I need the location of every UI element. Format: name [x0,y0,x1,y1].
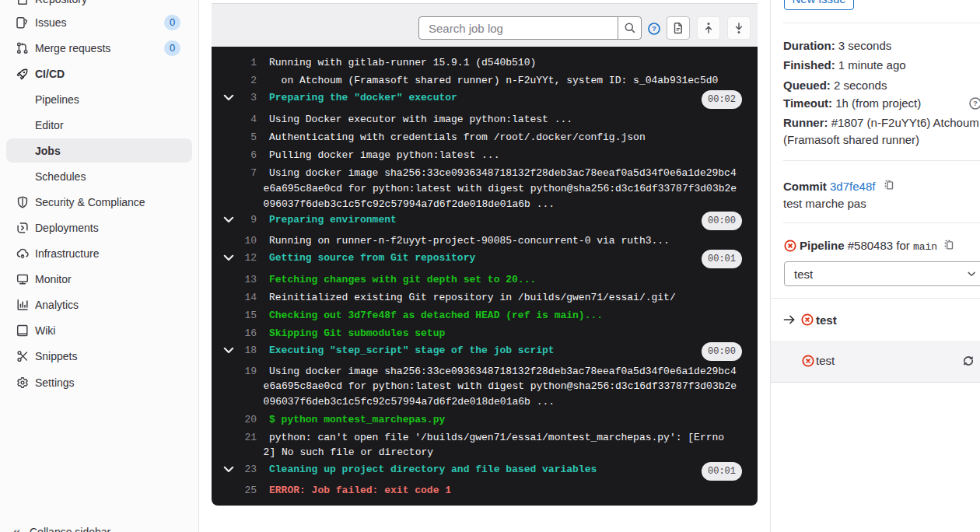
svg-text:?: ? [973,99,978,107]
svg-text:?: ? [652,24,656,33]
